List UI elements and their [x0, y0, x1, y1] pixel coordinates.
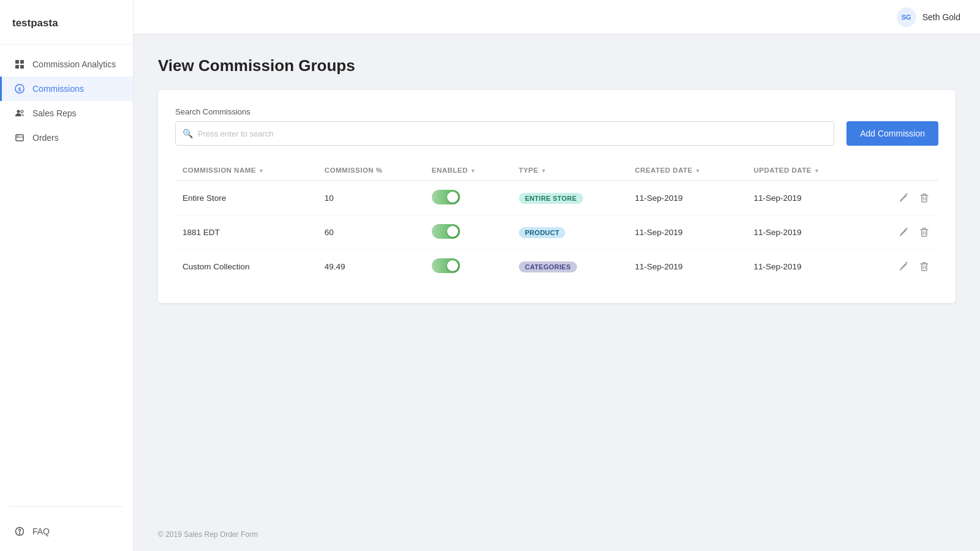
search-input[interactable]: [175, 121, 834, 146]
commission-updated-date: 11-Sep-2019: [747, 216, 865, 250]
commission-table: COMMISSION NAME▼COMMISSION %ENABLED▼TYPE…: [175, 160, 938, 283]
col-header-created_date[interactable]: CREATED DATE▼: [627, 160, 746, 181]
col-header-type[interactable]: TYPE▼: [511, 160, 628, 181]
sidebar-item-label: Commissions: [32, 84, 84, 94]
sidebar-item-commission-analytics[interactable]: Commission Analytics: [0, 52, 133, 77]
delete-button[interactable]: [918, 260, 931, 274]
search-input-wrap: 🔍: [175, 121, 834, 146]
edit-button[interactable]: [896, 225, 910, 239]
footer-text: © 2019 Sales Rep Order Form: [158, 530, 258, 539]
toggle-track: [432, 190, 460, 204]
delete-icon: [920, 193, 929, 203]
sort-icon: ▼: [695, 168, 701, 174]
sort-icon: ▼: [541, 168, 546, 174]
svg-point-6: [17, 110, 20, 113]
sidebar-item-label: Commission Analytics: [32, 59, 116, 69]
user-info[interactable]: SG Seth Gold: [897, 7, 960, 27]
sidebar-item-sales-reps[interactable]: Sales Reps: [0, 101, 133, 126]
table-row: Entire Store10 ENTIRE STORE11-Sep-201911…: [175, 181, 938, 216]
page-footer: © 2019 Sales Rep Order Form: [134, 518, 980, 551]
sort-icon: ▼: [258, 168, 264, 174]
commission-updated-date: 11-Sep-2019: [747, 181, 865, 216]
sidebar: testpasta Commission Analytics $ Commiss…: [0, 0, 134, 551]
delete-button[interactable]: [918, 191, 931, 205]
svg-rect-3: [20, 65, 24, 69]
sidebar-brand: testpasta: [0, 0, 133, 45]
sidebar-item-faq[interactable]: FAQ: [0, 519, 133, 544]
edit-icon: [899, 262, 908, 271]
svg-rect-1: [20, 60, 24, 64]
edit-button[interactable]: [896, 260, 910, 274]
sidebar-item-label: Sales Reps: [32, 108, 77, 118]
avatar: SG: [897, 7, 916, 27]
svg-text:$: $: [18, 86, 21, 92]
svg-rect-2: [15, 65, 19, 69]
type-badge: CATEGORIES: [519, 261, 577, 272]
users-icon: [14, 108, 25, 119]
svg-point-7: [21, 110, 23, 113]
commission-actions: [865, 216, 938, 250]
delete-icon: [920, 262, 929, 271]
commission-created-date: 11-Sep-2019: [627, 216, 746, 250]
commission-enabled[interactable]: [424, 181, 511, 216]
edit-icon: [899, 193, 908, 203]
sidebar-item-orders[interactable]: Orders: [0, 126, 133, 150]
action-icons: [873, 260, 931, 274]
search-icon: 🔍: [183, 129, 193, 138]
delete-button[interactable]: [918, 225, 931, 239]
app-container: testpasta Commission Analytics $ Commiss…: [0, 0, 980, 551]
type-badge: ENTIRE STORE: [519, 193, 583, 204]
commission-name: 1881 EDT: [175, 216, 317, 250]
edit-button[interactable]: [896, 191, 910, 205]
svg-rect-8: [16, 135, 23, 141]
dollar-icon: $: [14, 83, 25, 94]
main-content: SG Seth Gold View Commission Groups Sear…: [134, 0, 980, 551]
question-icon: [14, 526, 25, 537]
commission-name: Entire Store: [175, 181, 317, 216]
sidebar-item-commissions[interactable]: $ Commissions: [0, 77, 133, 101]
toggle[interactable]: [432, 258, 460, 273]
col-header-actions: [865, 160, 938, 181]
commission-created-date: 11-Sep-2019: [627, 250, 746, 284]
toggle[interactable]: [432, 190, 460, 204]
sort-icon: ▼: [814, 168, 820, 174]
sidebar-item-label: Orders: [32, 133, 59, 143]
sidebar-item-label: FAQ: [32, 527, 50, 536]
sidebar-divider: [10, 506, 123, 507]
commission-type: PRODUCT: [511, 216, 628, 250]
commission-type: CATEGORIES: [511, 250, 628, 284]
topbar: SG Seth Gold: [134, 0, 980, 34]
col-header-percent: COMMISSION %: [317, 160, 424, 181]
sidebar-nav: Commission Analytics $ Commissions Sales…: [0, 45, 133, 501]
sidebar-bottom: FAQ: [0, 512, 133, 551]
commission-name: Custom Collection: [175, 250, 317, 284]
commission-updated-date: 11-Sep-2019: [747, 250, 865, 284]
toggle-track: [432, 224, 460, 239]
table-row: 1881 EDT60 PRODUCT11-Sep-201911-Sep-2019: [175, 216, 938, 250]
toggle-thumb: [447, 260, 458, 271]
svg-point-12: [19, 533, 20, 534]
commission-created-date: 11-Sep-2019: [627, 181, 746, 216]
toggle-track: [432, 258, 460, 273]
commission-enabled[interactable]: [424, 250, 511, 284]
table-header: COMMISSION NAME▼COMMISSION %ENABLED▼TYPE…: [175, 160, 938, 181]
edit-icon: [899, 228, 908, 237]
commission-actions: [865, 250, 938, 284]
commission-enabled[interactable]: [424, 216, 511, 250]
svg-rect-0: [15, 60, 19, 64]
user-name: Seth Gold: [922, 12, 960, 22]
delete-icon: [920, 228, 929, 237]
commission-percent: 60: [317, 216, 424, 250]
col-header-enabled[interactable]: ENABLED▼: [424, 160, 511, 181]
grid-icon: [14, 59, 25, 70]
col-header-name[interactable]: COMMISSION NAME▼: [175, 160, 317, 181]
commission-actions: [865, 181, 938, 216]
table-row: Custom Collection49.49 CATEGORIES11-Sep-…: [175, 250, 938, 284]
action-icons: [873, 191, 931, 205]
commissions-card: Search Commissions 🔍 Add Commission COMM…: [158, 90, 956, 303]
add-commission-button[interactable]: Add Commission: [846, 121, 938, 146]
col-header-updated_date[interactable]: UPDATED DATE▼: [747, 160, 865, 181]
toggle[interactable]: [432, 224, 460, 239]
toggle-thumb: [447, 226, 458, 237]
table-header-row: COMMISSION NAME▼COMMISSION %ENABLED▼TYPE…: [175, 160, 938, 181]
